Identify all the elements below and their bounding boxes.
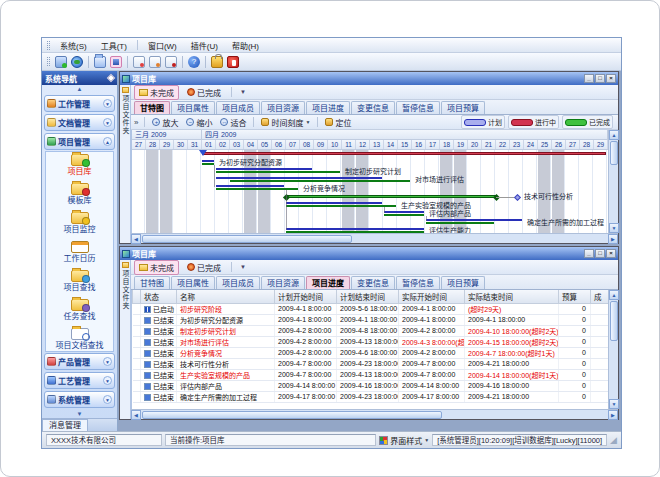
menu-item-4[interactable]: 插件(U): [184, 39, 225, 52]
table-row[interactable]: 已结束对市场进行评估2009-4-2 8:00:002009-4-13 18:0…: [133, 336, 609, 347]
column-header-实际结束时间[interactable]: 实际结束时间: [465, 290, 559, 303]
plan-bar[interactable]: [286, 228, 424, 230]
table-vertical-scrollbar[interactable]: ▲ ▼: [608, 290, 618, 409]
globe-icon[interactable]: [71, 56, 83, 68]
interface-style-button[interactable]: 界面样式: [379, 435, 429, 446]
minimize-button[interactable]: [584, 249, 594, 258]
scrollbar-thumb[interactable]: [610, 141, 618, 165]
scroll-left-icon[interactable]: ◀: [131, 410, 141, 420]
gantt-vertical-scrollbar[interactable]: ▲ ▼: [608, 130, 618, 233]
scrollbar-thumb[interactable]: [142, 235, 352, 243]
plan-bar[interactable]: [216, 177, 382, 179]
more-filters-icon[interactable]: [237, 264, 249, 270]
nav-section-项目管理[interactable]: 项目管理: [44, 133, 115, 150]
plan-bar[interactable]: [216, 168, 312, 170]
column-header-计划结束时间[interactable]: 计划结束时间: [337, 290, 399, 303]
actual-bar[interactable]: [230, 180, 410, 182]
plan-bar[interactable]: [216, 185, 284, 187]
tab-项目资源[interactable]: 项目资源: [261, 276, 305, 289]
table-row[interactable]: 已结束技术可行性分析2009-4-7 8:00:002009-4-23 18:0…: [133, 358, 609, 369]
resize-grip[interactable]: ◢: [610, 436, 617, 445]
table-row[interactable]: 已结束生产实验室规模的产品2009-4-7 8:00:002009-4-13 1…: [133, 369, 609, 380]
tab-暂停信息[interactable]: 暂停信息: [396, 276, 440, 289]
table-row[interactable]: 已结束分析竞争情况2009-4-2 8:00:002009-4-6 18:00:…: [133, 347, 609, 358]
pin-icon[interactable]: [107, 74, 115, 82]
nav-item-任务查找[interactable]: 任务查找: [46, 299, 113, 328]
tab-项目进度[interactable]: 项目进度: [306, 101, 350, 114]
chevron-down-icon[interactable]: [103, 376, 112, 385]
filter-未完成[interactable]: 未完成: [134, 260, 179, 275]
tab-甘特图[interactable]: 甘特图: [134, 101, 170, 114]
actual-bar[interactable]: [216, 171, 340, 173]
filter-已完成[interactable]: 已完成: [182, 85, 226, 100]
menu-item-5[interactable]: 帮助(H): [225, 39, 266, 52]
exit-icon[interactable]: [227, 56, 239, 68]
tab-甘特图[interactable]: 甘特图: [134, 276, 170, 289]
nav-section-文档管理[interactable]: 文档管理: [44, 114, 115, 131]
table-row[interactable]: 已结束为初步研究分配资源2009-4-1 8:00:002009-4-1 18:…: [133, 314, 609, 325]
nav-item-模板库[interactable]: 模板库: [46, 183, 113, 212]
filter-已完成[interactable]: 已完成: [182, 260, 226, 275]
nav-item-工作日历[interactable]: 工作日历: [46, 241, 113, 270]
chevron-down-icon[interactable]: [103, 395, 112, 404]
tab-变更信息[interactable]: 变更信息: [351, 101, 395, 114]
scroll-up-icon[interactable]: ▲: [609, 290, 619, 300]
chevron-down-icon[interactable]: [103, 118, 112, 127]
scroll-up-icon[interactable]: ▲: [609, 130, 619, 140]
plan-bar[interactable]: [286, 202, 382, 204]
column-header-状态[interactable]: 状态: [141, 290, 177, 303]
column-header-名称[interactable]: 名称: [177, 290, 275, 303]
in-progress-bar[interactable]: [202, 152, 606, 155]
column-header-预算[interactable]: 预算: [559, 290, 591, 303]
gantt-horizontal-scrollbar[interactable]: ◀ ▶: [131, 233, 618, 243]
table-row[interactable]: 已结束制定初步研究计划2009-4-2 8:00:002009-4-8 18:0…: [133, 325, 609, 336]
form-delete-icon[interactable]: [165, 56, 177, 68]
tab-项目资源[interactable]: 项目资源: [261, 101, 305, 114]
column-header-计划开始时间[interactable]: 计划开始时间: [275, 290, 337, 303]
tool-缩小[interactable]: −缩小: [183, 116, 215, 129]
actual-bar[interactable]: [286, 205, 396, 207]
menu-item-2[interactable]: 工具(T): [94, 39, 134, 52]
save-icon[interactable]: [110, 56, 122, 68]
menubar-drag-handle[interactable]: [47, 41, 50, 50]
column-header-成[interactable]: 成: [591, 290, 609, 303]
tool-时间刻度[interactable]: 时间刻度: [258, 116, 313, 129]
column-header-实际开始时间[interactable]: 实际开始时间: [399, 290, 465, 303]
tab-变更信息[interactable]: 变更信息: [351, 276, 395, 289]
tab-暂停信息[interactable]: 暂停信息: [396, 101, 440, 114]
filter-未完成[interactable]: 未完成: [134, 85, 179, 100]
more-filters-icon[interactable]: [237, 89, 249, 95]
summary-bar[interactable]: [286, 195, 496, 198]
nav-item-项目查找[interactable]: 项目查找: [46, 270, 113, 299]
tool-定位[interactable]: 定位: [322, 116, 354, 129]
new-session-icon[interactable]: [55, 56, 67, 68]
nav-section-产品管理[interactable]: 产品管理: [44, 353, 115, 370]
open-folder-icon[interactable]: [94, 56, 106, 68]
project-folder-side-tab[interactable]: 项目文件夹: [120, 85, 131, 243]
menu-item-3[interactable]: 窗口(W): [141, 39, 184, 52]
nav-item-项目库[interactable]: 项目库: [46, 154, 113, 183]
tab-项目进度[interactable]: 项目进度: [306, 276, 350, 289]
nav-section-工艺管理[interactable]: 工艺管理: [44, 372, 115, 389]
restore-button[interactable]: [595, 74, 605, 83]
toolbar-drag-handle[interactable]: [47, 57, 50, 66]
scrollbar-thumb[interactable]: [142, 411, 442, 419]
scroll-down-icon[interactable]: ▼: [609, 223, 619, 233]
scroll-right-icon[interactable]: ▶: [608, 410, 618, 420]
table-horizontal-scrollbar[interactable]: ◀ ▶: [131, 409, 618, 419]
scroll-left-icon[interactable]: ◀: [131, 234, 141, 244]
plan-bar[interactable]: [202, 160, 214, 162]
help-icon[interactable]: [188, 56, 200, 68]
nav-item-项目监控[interactable]: 项目监控: [46, 212, 113, 241]
chevron-down-icon[interactable]: [103, 357, 112, 366]
nav-scroll-up-button[interactable]: [42, 85, 117, 93]
scrollbar-thumb[interactable]: [610, 301, 618, 341]
tool-放大[interactable]: +放大: [149, 116, 181, 129]
gantt-window-titlebar[interactable]: 项目库: [120, 72, 618, 85]
table-window-titlebar[interactable]: 项目库: [120, 247, 618, 260]
nav-section-工作管理[interactable]: 工作管理: [44, 95, 115, 112]
minimize-button[interactable]: [584, 74, 594, 83]
table-row[interactable]: 已结束评估内部产品2009-4-14 8:00:002009-4-16 18:0…: [133, 380, 609, 391]
tab-项目属性[interactable]: 项目属性: [171, 101, 215, 114]
form-edit-icon[interactable]: [149, 56, 161, 68]
